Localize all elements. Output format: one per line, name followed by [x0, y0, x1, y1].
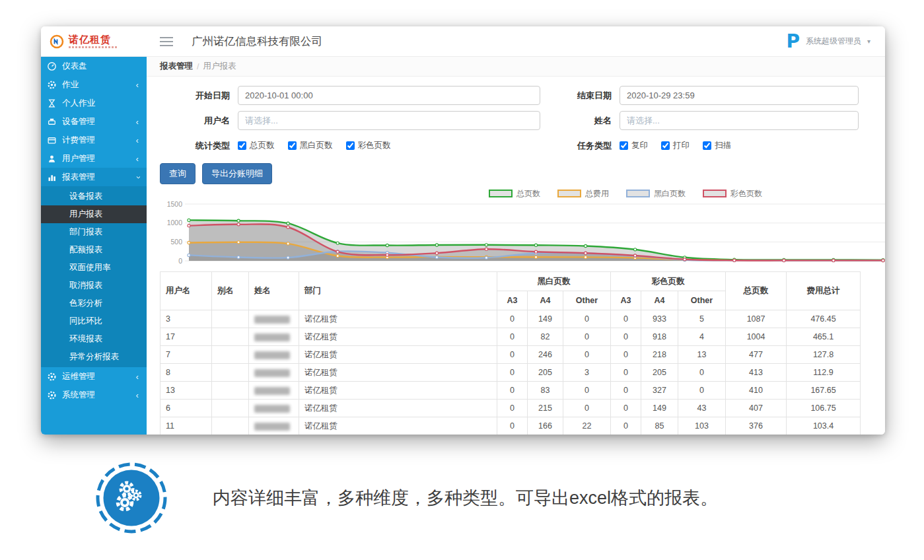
cell-username: 17: [160, 328, 212, 346]
sidebar-subitem[interactable]: 用户报表: [41, 205, 147, 223]
column-header: 别名: [212, 272, 249, 310]
sidebar-item[interactable]: 个人作业: [41, 94, 147, 112]
query-button[interactable]: 查询: [160, 163, 195, 184]
cell-name: [249, 382, 299, 400]
redacted-name: [254, 405, 290, 413]
avatar: P: [786, 32, 800, 51]
sidebar-item[interactable]: 报表管理‹: [41, 168, 147, 186]
sidebar-item-label: 计费管理: [62, 135, 95, 146]
group-header: 黑白页数: [497, 272, 611, 291]
cell-bw-pages: 149: [528, 310, 563, 328]
stat-type-checkboxes: 总页数黑白页数彩色页数: [238, 140, 391, 151]
cell-total-pages: 477: [726, 346, 787, 364]
checkbox-option[interactable]: 扫描: [703, 140, 731, 151]
sidebar-item[interactable]: 设备管理‹: [41, 112, 147, 131]
legend-swatch: [557, 190, 581, 197]
cell-color-pages: 0: [611, 328, 641, 346]
legend-item: 总费用: [557, 188, 609, 199]
checkbox-option[interactable]: 黑白页数: [288, 140, 333, 151]
export-button[interactable]: 导出分账明细: [202, 163, 272, 184]
sidebar-subitem[interactable]: 环境报表: [41, 330, 147, 348]
checkbox-input[interactable]: [346, 141, 355, 150]
cell-username: 11: [160, 417, 212, 435]
cell-color-pages: 0: [611, 346, 641, 364]
device-icon: [47, 117, 57, 127]
svg-text:1000: 1000: [167, 219, 183, 227]
breadcrumb-section[interactable]: 报表管理: [160, 61, 193, 72]
svg-text:500: 500: [170, 238, 182, 246]
chevron-left-icon: ‹: [136, 136, 139, 145]
sidebar-subitem[interactable]: 双面使用率: [41, 259, 147, 277]
cell-bw-pages: 205: [528, 364, 563, 382]
user-menu[interactable]: P 系统超级管理员 ▾: [786, 32, 871, 51]
user-name: 系统超级管理员: [806, 36, 861, 47]
action-buttons: 查询 导出分账明细: [160, 163, 885, 184]
sub-column-header: A3: [611, 291, 641, 310]
cell-department: 诺亿租赁: [299, 328, 497, 346]
cell-color-pages: 0: [678, 382, 726, 400]
sidebar-item-label: 仪表盘: [62, 61, 87, 72]
sidebar-subitem[interactable]: 异常分析报表: [41, 348, 147, 366]
menu-toggle-icon[interactable]: [160, 34, 173, 49]
chevron-down-icon: ‹: [133, 176, 141, 178]
table-row: 13诺亿租赁083003270410167.65: [160, 382, 861, 400]
cell-color-pages: 0: [611, 417, 641, 435]
sidebar-item[interactable]: 仪表盘: [41, 57, 147, 75]
cell-total-pages: 1087: [726, 310, 787, 328]
cell-username: 13: [160, 382, 212, 400]
legend-swatch: [703, 190, 727, 197]
name-input[interactable]: [620, 111, 859, 130]
end-date-input[interactable]: [620, 86, 859, 105]
cell-fee-total: 465.1: [787, 328, 861, 346]
cell-name: [249, 346, 299, 364]
cell-department: 诺亿租赁: [299, 417, 497, 435]
cell-department: 诺亿租赁: [299, 310, 497, 328]
sidebar-item[interactable]: 系统管理‹: [41, 386, 147, 404]
username-input[interactable]: [238, 111, 540, 130]
table-row: 17诺亿租赁0820091841004465.1: [160, 328, 861, 346]
sidebar-item[interactable]: 作业‹: [41, 75, 147, 94]
sidebar-subitem[interactable]: 同比环比: [41, 312, 147, 330]
cell-total-pages: 376: [726, 417, 787, 435]
chevron-left-icon: ‹: [136, 81, 139, 89]
sidebar-item-label: 个人作业: [62, 98, 95, 109]
checkbox-option[interactable]: 复印: [620, 140, 648, 151]
sidebar-subitem[interactable]: 取消报表: [41, 277, 147, 295]
cell-color-pages: 149: [641, 400, 678, 417]
sidebar-subitem[interactable]: 设备报表: [41, 188, 147, 205]
sidebar-subitem[interactable]: 配额报表: [41, 241, 147, 259]
start-date-input[interactable]: [238, 86, 540, 105]
checkbox-label: 打印: [673, 140, 690, 151]
cell-username: 8: [160, 364, 212, 382]
sidebar-item[interactable]: 用户管理‹: [41, 149, 147, 168]
checkbox-input[interactable]: [288, 141, 297, 150]
sidebar-item[interactable]: 计费管理‹: [41, 131, 147, 149]
chart-legend: 总页数总费用黑白页数彩色页数: [160, 187, 885, 200]
checkbox-option[interactable]: 打印: [661, 140, 690, 151]
legend-item: 彩色页数: [703, 188, 762, 199]
dashboard-icon: [47, 61, 57, 71]
checkbox-option[interactable]: 总页数: [238, 140, 275, 151]
redacted-name: [254, 351, 290, 359]
checkbox-input[interactable]: [238, 141, 246, 150]
checkbox-input[interactable]: [661, 141, 670, 150]
cell-department: 诺亿租赁: [299, 400, 497, 417]
cell-bw-pages: 0: [563, 346, 611, 364]
checkbox-input[interactable]: [620, 141, 628, 150]
end-date-label: 结束日期: [542, 90, 612, 102]
cell-color-pages: 0: [611, 400, 641, 417]
start-date-label: 开始日期: [160, 90, 230, 102]
cell-alias: [212, 328, 249, 346]
cell-color-pages: 5: [678, 310, 726, 328]
sidebar-subitem[interactable]: 部门报表: [41, 223, 147, 241]
cell-color-pages: 0: [678, 364, 726, 382]
gears-badge-icon: [94, 461, 168, 535]
cell-name: [249, 417, 299, 435]
checkbox-input[interactable]: [703, 141, 711, 150]
checkbox-option[interactable]: 彩色页数: [346, 140, 391, 151]
brand-name: 诺亿租赁: [69, 34, 118, 44]
sidebar-subitem[interactable]: 色彩分析: [41, 295, 147, 312]
sidebar-item[interactable]: 运维管理‹: [41, 367, 147, 386]
cell-bw-pages: 83: [528, 382, 563, 400]
cell-name: [249, 310, 299, 328]
